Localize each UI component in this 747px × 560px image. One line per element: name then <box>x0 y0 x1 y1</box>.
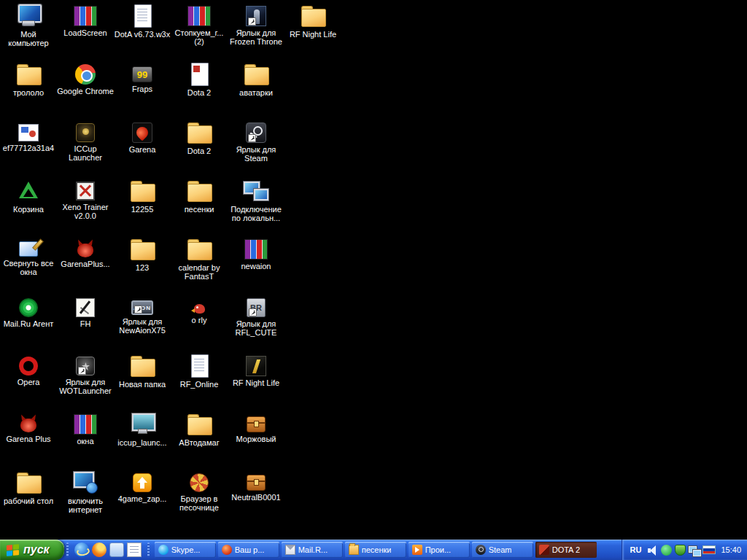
desktop-icon-аватарки[interactable]: аватарки <box>228 63 285 97</box>
desktop-icon-песенки[interactable]: песенки <box>171 179 228 214</box>
desktop-icon-dota-2[interactable]: Dota 2 <box>171 63 228 97</box>
desktop-icon-xeno-trainer-v2-0-0[interactable]: Xeno Trainer v2.0.0 <box>57 179 114 220</box>
system-tray: RU 15:40 <box>622 540 747 560</box>
xeno-icon <box>76 182 95 201</box>
taskbar-button-label: Прои... <box>425 545 451 554</box>
desktop-icon-корзина[interactable]: Корзина <box>0 179 57 214</box>
desktop-icon-ярлык-для-steam[interactable]: Ярлык для Steam <box>228 121 285 163</box>
mailru-agent-tray-icon[interactable] <box>661 545 672 556</box>
network-status-icon[interactable] <box>689 545 700 556</box>
desktop-icon-google-chrome[interactable]: Google Chrome <box>57 63 114 96</box>
desktop-icon-окна[interactable]: окна <box>57 413 114 446</box>
desktop-icon-calendar-by-fantast[interactable]: calendar by FantasT <box>171 238 228 281</box>
taskbar-button-label: песенки <box>362 545 392 554</box>
taskbar-button-ваш-р[interactable]: Ваш р... <box>218 542 279 558</box>
desktop-icon-label: Стопкуем_г... (2) <box>171 28 228 46</box>
desktop-icon-iccup-launc[interactable]: iccup_launc... <box>114 413 171 447</box>
taskbar-button-прои[interactable]: Прои... <box>409 542 470 558</box>
desktop-icon-iccup-launcher[interactable]: ICCup Launcher <box>57 121 114 162</box>
folder-icon <box>186 179 212 203</box>
taskbar-button-mail-r[interactable]: Mail.R... <box>282 542 343 558</box>
folder-icon <box>15 471 42 494</box>
desktop-icon-loadscreen[interactable]: LoadScreen <box>57 4 114 37</box>
internet-explorer-icon[interactable] <box>74 542 89 557</box>
desktop-icon-label: Mail.Ru Агент <box>0 319 57 328</box>
desktop-icon-123[interactable]: 123 <box>114 238 171 272</box>
desktop-icon-mail-ru-агент[interactable]: Mail.Ru Агент <box>0 296 57 328</box>
desktop-icon-dota-v6-73-w3x[interactable]: DotA v6.73.w3x <box>114 4 171 39</box>
showdesk-icon <box>19 241 38 257</box>
desktop-icon-rf-online[interactable]: RF_Online <box>171 354 228 389</box>
desktop-icon-ярлык-для-newaionx75[interactable]: AIONЯрлык для NewAionX75 <box>114 296 171 335</box>
clock[interactable]: 15:40 <box>721 545 741 554</box>
skype-icon <box>158 545 169 555</box>
folder-icon <box>129 179 155 203</box>
desktop-icon-garena[interactable]: Garena <box>114 121 171 154</box>
folder-icon <box>15 63 42 86</box>
desktop-icon-label: Fraps <box>114 85 171 93</box>
desktop-icon-мой-компьютер[interactable]: Мой компьютер <box>0 4 57 47</box>
desktop-icon-label: 4game_zap... <box>114 494 171 503</box>
wot-icon <box>76 357 95 376</box>
desktop-icon-label: АВтодамаг <box>171 438 228 447</box>
desktop-icon-label: 123 <box>114 263 171 272</box>
chest-icon <box>247 475 266 491</box>
folder-icon <box>186 121 212 144</box>
mailru-icon <box>19 298 38 317</box>
media-player-icon[interactable] <box>109 542 124 557</box>
taskbar-button-skype[interactable]: Skype... <box>155 542 216 558</box>
taskbar-button-dota-2[interactable]: DOTA 2 <box>535 542 597 558</box>
desktop-icon-label: Ярлык для Frozen Throne <box>228 28 285 46</box>
desktop-icon-label: включить интернет <box>57 497 114 514</box>
russian-flag-icon[interactable] <box>703 545 716 554</box>
desktop-icon-рабочий-стол[interactable]: рабочий стол <box>0 471 57 505</box>
desktop-icon-rf-night-life[interactable]: RF Night Life <box>228 354 285 387</box>
desktop-icon-label: Мой компьютер <box>0 30 57 47</box>
desktop-icon-label: calendar by FantasT <box>171 263 228 281</box>
desktop-icon-ef77712a31a4[interactable]: ef77712a31a4 <box>0 121 57 152</box>
desktop-icon-подключение-по-локальн[interactable]: Подключение по локальн... <box>228 179 285 222</box>
shortcut-arrow-icon <box>249 308 257 316</box>
desktop-icon-neutralb0001[interactable]: NeutralB0001 <box>228 471 285 502</box>
shortcut-arrow-icon <box>78 367 86 375</box>
orly-icon <box>194 304 205 314</box>
firefox-icon[interactable] <box>92 542 107 557</box>
desktop-icon-ярлык-для-frozen-throne[interactable]: Ярлык для Frozen Throne <box>228 4 285 46</box>
desktop-icon-newaion[interactable]: newaion <box>228 238 285 271</box>
desktop-icon-ярлык-для-wotlauncher[interactable]: Ярлык для WOTLauncher <box>57 354 114 395</box>
orange-icon <box>222 545 232 555</box>
desktop-icon-включить-интернет[interactable]: включить интернет <box>57 471 114 514</box>
desktop-icon-автодамаг[interactable]: АВтодамаг <box>171 413 228 447</box>
taskbar-button-steam[interactable]: Steam <box>472 542 533 558</box>
desktop-icon-rf-night-life[interactable]: RF Night Life <box>285 4 341 39</box>
desktop-icon-моржовый[interactable]: Моржовый <box>228 413 285 443</box>
desktop-icon-ярлык-для-rfl-cute[interactable]: BRЯрлык для RFL_CUTE <box>228 296 285 337</box>
volume-icon[interactable] <box>647 545 658 556</box>
desktop-icon-12255[interactable]: 12255 <box>114 179 171 214</box>
desktop-icon-garenaplus[interactable]: GarenaPlus... <box>57 238 114 268</box>
desktop-icon-трололо[interactable]: трололо <box>0 63 57 97</box>
language-indicator[interactable]: RU <box>628 545 644 555</box>
notes-icon[interactable] <box>127 542 142 557</box>
desktop-icon-4game-zap[interactable]: 4game_zap... <box>114 471 171 503</box>
br-icon: BR <box>247 298 266 317</box>
desktop-icon-o-rly[interactable]: o rly <box>171 296 228 324</box>
desktop-icon-свернуть-все-окна[interactable]: Свернуть все окна <box>0 238 57 276</box>
image-icon <box>18 124 39 141</box>
start-button[interactable]: пуск <box>0 540 64 560</box>
folder-icon <box>349 545 359 555</box>
taskbar-button-label: Skype... <box>171 545 201 554</box>
desktop-icon-garena-plus[interactable]: Garena Plus <box>0 413 57 443</box>
desktop-icon-fh[interactable]: FH <box>57 296 114 328</box>
desktop-icon-браузер-в-песочнице[interactable]: Браузер в песочнице <box>171 471 228 512</box>
windows-logo-pane <box>7 545 12 551</box>
desktop-icon-новая-папка[interactable]: Новая папка <box>114 354 171 389</box>
desktop-icon-label: Ярлык для RFL_CUTE <box>228 319 285 337</box>
desktop-icon-стопкуем-г-2[interactable]: Стопкуем_г... (2) <box>171 4 228 46</box>
taskbar-button-песенки[interactable]: песенки <box>345 542 406 558</box>
antivirus-shield-icon[interactable] <box>675 545 686 556</box>
desktop-icon-opera[interactable]: Opera <box>0 354 57 386</box>
desktop-icon-fraps[interactable]: 99Fraps <box>114 63 171 93</box>
desktop-icon-dota-2[interactable]: Dota 2 <box>171 121 228 155</box>
winrar-icon <box>74 414 97 435</box>
